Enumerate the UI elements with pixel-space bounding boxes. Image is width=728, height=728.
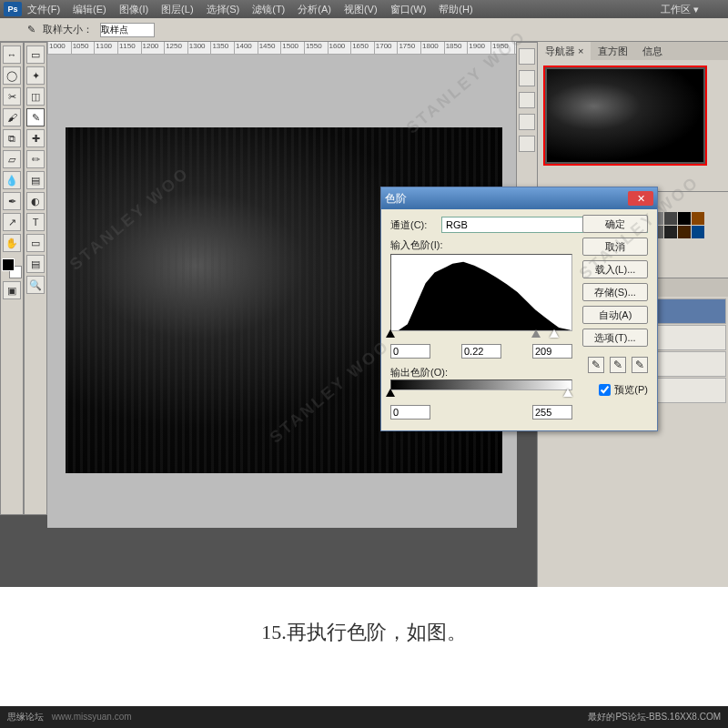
slice-tool[interactable]: ◫ bbox=[26, 87, 45, 106]
output-black[interactable] bbox=[390, 405, 430, 420]
dialog-title-text: 色阶 bbox=[385, 191, 407, 207]
eyedrop-black-icon[interactable]: ✎ bbox=[588, 357, 604, 373]
dialog-buttons: 确定 取消 载入(L)... 存储(S)... 自动(A) 选项(T)... ✎… bbox=[582, 215, 648, 397]
move-tool[interactable]: ↔ bbox=[3, 46, 21, 64]
workspace-dropdown[interactable]: 工作区 ▾ bbox=[661, 3, 699, 16]
menu-item[interactable]: 滤镜(T) bbox=[252, 3, 285, 16]
dodge-tool[interactable]: ◐ bbox=[26, 192, 45, 210]
svg-marker-0 bbox=[391, 262, 571, 330]
input-white[interactable] bbox=[532, 344, 572, 359]
eyedropper-tool[interactable]: ✎ bbox=[26, 108, 45, 126]
menu-item[interactable]: 分析(A) bbox=[298, 3, 331, 16]
tab-info[interactable]: 信息 bbox=[635, 42, 670, 60]
preview-label: 预览(P) bbox=[614, 383, 648, 397]
tutorial-caption: 15.再执行色阶，如图。 bbox=[0, 619, 728, 646]
swatch[interactable] bbox=[692, 212, 704, 225]
strip-btn-2[interactable] bbox=[519, 70, 535, 86]
pencil-tool[interactable]: ✏ bbox=[26, 150, 45, 168]
footer-bar: 思缘论坛 www.missyuan.com 最好的PS论坛-BBS.16XX8.… bbox=[0, 706, 728, 728]
type-tool[interactable]: T bbox=[26, 213, 45, 231]
cancel-button[interactable]: 取消 bbox=[582, 238, 648, 256]
sample-size-input[interactable] bbox=[100, 23, 155, 37]
toolbox-right: ▭ ✦ ◫ ✎ ✚ ✏ ▤ ◐ T ▭ ▤ 🔍 bbox=[24, 42, 47, 515]
menubar: 文件(F)编辑(E)图像(I)图层(L)选择(S)滤镜(T)分析(A)视图(V)… bbox=[0, 0, 728, 18]
menu-item[interactable]: 编辑(E) bbox=[73, 3, 106, 16]
fg-bg-colors[interactable] bbox=[2, 258, 22, 278]
swatch[interactable] bbox=[678, 212, 691, 225]
histogram bbox=[390, 254, 572, 331]
blur-tool[interactable]: 💧 bbox=[3, 171, 21, 189]
footer-left-name: 思缘论坛 bbox=[7, 712, 44, 722]
options-button[interactable]: 选项(T)... bbox=[582, 329, 648, 347]
toolbox-left: ↔ ◯ ✂ 🖌 ⧉ ▱ 💧 ✒ ↗ ✋ ▣ bbox=[0, 42, 24, 515]
photoshop-window: Ps 文件(F)编辑(E)图像(I)图层(L)选择(S)滤镜(T)分析(A)视图… bbox=[0, 0, 728, 587]
marquee-tool[interactable]: ▭ bbox=[26, 46, 45, 64]
options-bar: ✎ 取样大小： bbox=[0, 18, 728, 42]
input-gamma[interactable] bbox=[461, 344, 501, 359]
ok-button[interactable]: 确定 bbox=[582, 215, 648, 233]
lasso-tool[interactable]: ◯ bbox=[3, 66, 21, 85]
navigator-panel: 导航器 × 直方图 信息 bbox=[538, 42, 728, 192]
preview-checkbox[interactable] bbox=[599, 384, 611, 396]
menu-item[interactable]: 视图(V) bbox=[344, 3, 378, 16]
levels-dialog: 色阶 ✕ 通道(C): RGB 输入色阶(I): 输出色阶(O): bbox=[380, 187, 658, 431]
menu-item[interactable]: 图层(L) bbox=[161, 3, 193, 16]
strip-btn-3[interactable] bbox=[519, 92, 535, 108]
tab-histogram[interactable]: 直方图 bbox=[591, 42, 635, 60]
strip-btn-5[interactable] bbox=[519, 136, 535, 152]
shape-tool[interactable]: ▭ bbox=[26, 234, 45, 252]
brush-tool[interactable]: 🖌 bbox=[3, 108, 21, 126]
footer-left-url: www.missyuan.com bbox=[52, 712, 132, 722]
nav-tabs: 导航器 × 直方图 信息 bbox=[538, 42, 728, 60]
output-gradient bbox=[390, 379, 572, 390]
menu-item[interactable]: 帮助(H) bbox=[439, 3, 472, 16]
heal-tool[interactable]: ✚ bbox=[26, 129, 45, 147]
clone-tool[interactable]: ⧉ bbox=[3, 129, 21, 147]
pen-tool[interactable]: ✒ bbox=[3, 192, 21, 210]
load-button[interactable]: 载入(L)... bbox=[582, 260, 648, 278]
quickmask-tool[interactable]: ▣ bbox=[3, 281, 21, 299]
menu-item[interactable]: 窗口(W) bbox=[390, 3, 427, 16]
out-black-handle[interactable] bbox=[386, 389, 395, 397]
eyedrop-white-icon[interactable]: ✎ bbox=[632, 357, 648, 373]
white-point-handle[interactable] bbox=[550, 329, 559, 338]
swatch[interactable] bbox=[664, 212, 677, 225]
menu-item[interactable]: 选择(S) bbox=[207, 3, 240, 16]
path-tool[interactable]: ↗ bbox=[3, 213, 21, 231]
eyedropper-icon: ✎ bbox=[27, 24, 35, 35]
hand-tool[interactable]: ✋ bbox=[3, 234, 21, 252]
close-icon[interactable]: ✕ bbox=[628, 191, 653, 206]
gamma-handle[interactable] bbox=[531, 329, 541, 338]
swatch[interactable] bbox=[664, 226, 677, 238]
channel-label: 通道(C): bbox=[390, 218, 441, 232]
auto-button[interactable]: 自动(A) bbox=[582, 306, 648, 324]
input-slider[interactable] bbox=[390, 331, 572, 340]
crop-tool[interactable]: ✂ bbox=[3, 87, 21, 106]
ps-logo: Ps bbox=[4, 2, 22, 16]
dialog-titlebar[interactable]: 色阶 ✕ bbox=[381, 187, 657, 209]
gradient-tool[interactable]: ▤ bbox=[26, 171, 45, 189]
eyedrop-gray-icon[interactable]: ✎ bbox=[610, 357, 626, 373]
strip-btn-1[interactable] bbox=[519, 48, 535, 65]
tab-navigator[interactable]: 导航器 × bbox=[538, 42, 591, 60]
strip-btn-4[interactable] bbox=[519, 114, 535, 130]
swatch[interactable] bbox=[678, 226, 691, 238]
input-black[interactable] bbox=[390, 344, 430, 359]
menu-item[interactable]: 文件(F) bbox=[27, 3, 60, 16]
save-button[interactable]: 存储(S)... bbox=[582, 283, 648, 301]
black-point-handle[interactable] bbox=[386, 329, 395, 338]
notes-tool[interactable]: ▤ bbox=[26, 255, 45, 273]
menu-item[interactable]: 图像(I) bbox=[119, 3, 148, 16]
eraser-tool[interactable]: ▱ bbox=[3, 150, 21, 168]
sample-size-label: 取样大小： bbox=[43, 23, 93, 36]
footer-right: 最好的PS论坛-BBS.16XX8.COM bbox=[588, 711, 721, 723]
wand-tool[interactable]: ✦ bbox=[26, 66, 45, 85]
swatch[interactable] bbox=[692, 226, 704, 238]
output-white[interactable] bbox=[532, 405, 572, 420]
zoom-tool[interactable]: 🔍 bbox=[26, 276, 45, 294]
output-slider[interactable] bbox=[390, 390, 572, 399]
eyedropper-row: ✎ ✎ ✎ bbox=[582, 357, 648, 373]
ruler-horizontal: 1000105011001150120012501300135014001450… bbox=[47, 42, 537, 55]
out-white-handle[interactable] bbox=[563, 389, 572, 397]
navigator-thumb[interactable] bbox=[543, 66, 707, 166]
